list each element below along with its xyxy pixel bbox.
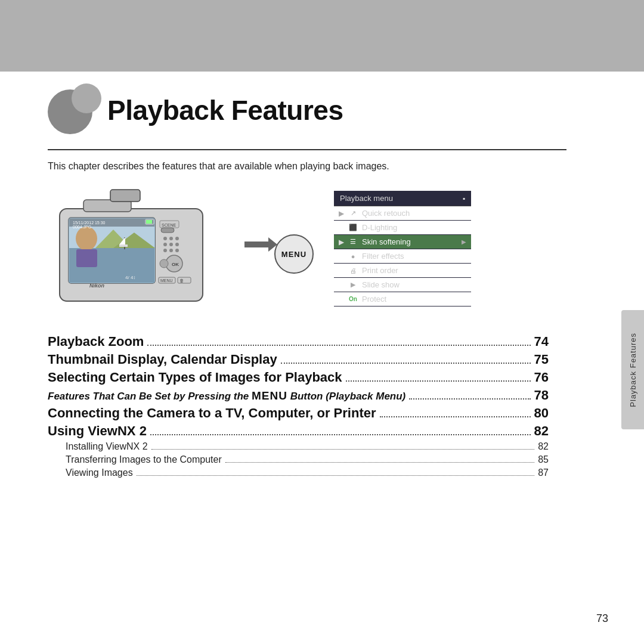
toc-sub-dots-2 xyxy=(225,462,534,463)
svg-point-29 xyxy=(163,249,167,252)
selected-icon: ▶ xyxy=(339,238,344,246)
menu-item-label-filter-effects: Filter effects xyxy=(362,252,404,261)
svg-rect-18 xyxy=(146,220,152,224)
slide-show-icon: ▶ xyxy=(348,281,358,289)
battery-icon: ▪ xyxy=(463,194,465,203)
toc-label-3: Selecting Certain Types of Images for Pl… xyxy=(48,370,342,385)
menu-item-label-print-order: Print order xyxy=(362,266,398,275)
svg-point-31 xyxy=(175,249,179,252)
menu-button-area: MENU xyxy=(274,234,314,274)
toc-sub-label-1: Installing ViewNX 2 xyxy=(66,441,148,452)
menu-item-print-order[interactable]: ▶ 🖨 Print order xyxy=(334,264,471,278)
toc-page-4: 78 xyxy=(534,388,549,403)
menu-item-dlighting[interactable]: ▶ ⬛ D-Lighting xyxy=(334,221,471,235)
toc-label-4: Features That Can Be Set by Pressing the… xyxy=(48,389,405,402)
toc-page-6: 82 xyxy=(534,423,549,439)
toc-label-2: Thumbnail Display, Calendar Display xyxy=(48,352,277,367)
svg-text:4/   4↕: 4/ 4↕ xyxy=(125,275,135,280)
svg-rect-2 xyxy=(110,190,140,202)
svg-point-34 xyxy=(160,259,168,268)
toc-sub-2: Transferring Images to the Computer 85 xyxy=(66,454,549,465)
toc-entry-5: Connecting the Camera to a TV, Computer,… xyxy=(48,405,549,421)
svg-point-28 xyxy=(175,243,179,246)
camera-illustration: 15/11/2012 15:30 0004.JPG 4/ 4↕ Nikon SC… xyxy=(48,185,233,316)
side-tab: Playback Features xyxy=(621,310,644,429)
playback-menu-header: Playback menu ▪ xyxy=(334,191,471,206)
chapter-header: Playback Features xyxy=(48,83,343,137)
toc-entry-4: Features That Can Be Set by Pressing the… xyxy=(48,388,549,403)
toc-sub-1: Installing ViewNX 2 82 xyxy=(66,441,549,452)
menu-item-quick-retouch[interactable]: ▶ ↗ Quick retouch xyxy=(334,206,471,221)
menu-item-slide-show[interactable]: ▶ ▶ Slide show xyxy=(334,278,471,292)
side-tab-label: Playback Features xyxy=(628,333,637,407)
circle-small xyxy=(72,83,101,113)
svg-point-12 xyxy=(76,227,97,250)
toc-entry-2: Thumbnail Display, Calendar Display 75 xyxy=(48,352,549,367)
toc-sub-label-3: Viewing Images xyxy=(66,467,133,478)
toc-page-3: 76 xyxy=(534,370,549,385)
toc-dots-3 xyxy=(346,380,531,382)
toc-sub-page-2: 85 xyxy=(538,454,549,465)
svg-rect-13 xyxy=(76,249,97,267)
svg-text:0004.JPG: 0004.JPG xyxy=(73,225,91,229)
menu-item-label-skin-softening: Skin softening xyxy=(362,237,411,246)
submenu-arrow: ▶ xyxy=(462,239,466,245)
toc-sub-3: Viewing Images 87 xyxy=(66,467,549,478)
toc-sub-page-1: 82 xyxy=(538,441,549,452)
toc-dots-6 xyxy=(150,434,531,435)
svg-point-30 xyxy=(169,249,173,252)
playback-menu-panel: Playback menu ▪ ▶ ↗ Quick retouch ▶ ⬛ D-… xyxy=(334,191,471,306)
svg-text:Nikon: Nikon xyxy=(89,283,105,289)
dlighting-icon: ⬛ xyxy=(348,224,358,232)
toc-page-1: 74 xyxy=(534,334,549,349)
page-number: 73 xyxy=(596,612,608,625)
svg-rect-39 xyxy=(161,228,174,233)
svg-point-27 xyxy=(169,243,173,246)
svg-point-26 xyxy=(163,243,167,246)
toc-entry-1: Playback Zoom 74 xyxy=(48,334,549,349)
toc-label-6: Using ViewNX 2 xyxy=(48,423,147,439)
svg-text:SCENE: SCENE xyxy=(162,223,176,227)
svg-text:OK: OK xyxy=(172,262,179,267)
camera-svg: 15/11/2012 15:30 0004.JPG 4/ 4↕ Nikon SC… xyxy=(48,185,227,310)
menu-button-label: MENU xyxy=(281,250,306,259)
toc-label-1: Playback Zoom xyxy=(48,334,144,349)
toc-dots-2 xyxy=(281,363,531,364)
menu-item-prefix-icon: ▶ xyxy=(339,209,344,218)
menu-item-label-slide-show: Slide show xyxy=(362,280,400,289)
menu-item-protect[interactable]: ▶ On Protect xyxy=(334,292,471,306)
print-order-icon: 🖨 xyxy=(348,267,358,275)
toc-page-2: 75 xyxy=(534,352,549,367)
svg-point-25 xyxy=(175,237,179,240)
header-bar xyxy=(0,0,644,72)
svg-marker-40 xyxy=(244,237,277,252)
toc-section: Playback Zoom 74 Thumbnail Display, Cale… xyxy=(48,334,549,481)
filter-effects-icon: ● xyxy=(348,252,358,261)
menu-item-label-quick-retouch: Quick retouch xyxy=(362,209,410,218)
menu-item-filter-effects[interactable]: ▶ ● Filter effects xyxy=(334,249,471,264)
chapter-description: This chapter describes the features that… xyxy=(48,161,389,172)
chapter-title: Playback Features xyxy=(107,94,343,126)
protect-icon: On xyxy=(348,295,358,304)
toc-sub-page-3: 87 xyxy=(538,467,549,478)
skin-softening-icon: ☰ xyxy=(348,238,358,246)
toc-entry-6: Using ViewNX 2 82 xyxy=(48,423,549,439)
chapter-rule xyxy=(48,149,566,150)
svg-point-24 xyxy=(169,237,173,240)
svg-text:MENU: MENU xyxy=(160,278,173,283)
playback-menu-title: Playback menu xyxy=(340,194,393,203)
menu-item-skin-softening[interactable]: ▶ ☰ Skin softening ▶ xyxy=(334,235,471,249)
svg-point-23 xyxy=(163,237,167,240)
svg-rect-11 xyxy=(119,244,128,247)
menu-item-label-dlighting: D-Lighting xyxy=(362,223,397,232)
menu-item-label-protect: Protect xyxy=(362,295,386,304)
toc-dots-4 xyxy=(409,398,530,400)
toc-dots-5 xyxy=(380,416,531,417)
toc-page-5: 80 xyxy=(534,405,549,421)
toc-sub-label-2: Transferring Images to the Computer xyxy=(66,454,222,465)
toc-entry-3: Selecting Certain Types of Images for Pl… xyxy=(48,370,549,385)
menu-button[interactable]: MENU xyxy=(274,234,314,274)
toc-sub-dots-3 xyxy=(137,475,535,476)
quick-retouch-icon: ↗ xyxy=(348,209,358,218)
svg-text:🗑: 🗑 xyxy=(179,278,184,283)
